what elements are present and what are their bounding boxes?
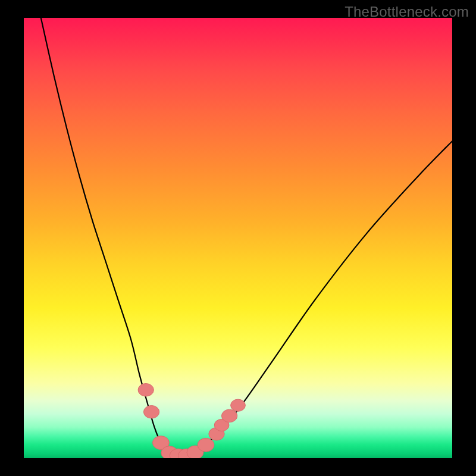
curve-markers (138, 384, 245, 458)
curve-marker (138, 384, 154, 397)
curve-marker (198, 438, 214, 452)
curve-layer (24, 18, 452, 458)
plot-area (24, 18, 452, 458)
bottleneck-curve (41, 18, 452, 456)
curve-marker (231, 399, 246, 411)
chart-frame: TheBottleneck.com (0, 0, 476, 476)
curve-marker (221, 409, 237, 422)
curve-marker (143, 406, 159, 419)
